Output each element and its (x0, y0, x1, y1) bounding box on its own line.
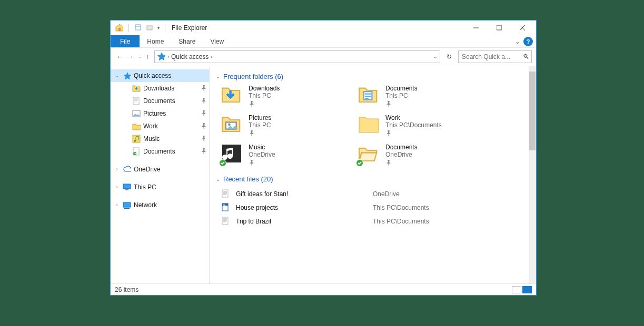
download-icon (221, 85, 243, 106)
help-button[interactable]: ? (523, 37, 533, 46)
file-explorer-window: ▾ File Explorer File Home Share View ⌄ ?… (110, 20, 537, 296)
sidebar-item-music[interactable]: Music (111, 133, 209, 145)
pin-icon (385, 100, 418, 108)
doc-text-icon (221, 189, 236, 199)
breadcrumb-quick-access[interactable]: Quick access (171, 53, 209, 60)
chevron-down-icon[interactable]: ⌄ (216, 74, 220, 79)
folder-item[interactable]: Documents This PC (358, 85, 490, 108)
address-bar[interactable]: › Quick access › ⌄ (154, 50, 440, 63)
pin-icon (201, 135, 206, 142)
chevron-down-icon[interactable]: ⌄ (114, 73, 120, 78)
tab-view[interactable]: View (203, 35, 231, 47)
section-title: Frequent folders (6) (223, 73, 283, 80)
address-dropdown-icon[interactable]: ⌄ (433, 54, 438, 59)
view-tiles-button[interactable] (522, 286, 532, 293)
sidebar-item-work[interactable]: Work (111, 120, 209, 133)
folder-name: Work (385, 114, 442, 121)
cloud-icon (122, 165, 132, 174)
doc-text-icon (221, 217, 236, 227)
tab-home[interactable]: Home (140, 35, 171, 47)
folder-item[interactable]: Downloads This PC (221, 85, 353, 108)
search-box[interactable]: 🔍︎ (458, 50, 532, 63)
sync-check-icon (356, 159, 363, 167)
pin-icon (201, 97, 206, 105)
search-icon[interactable]: 🔍︎ (523, 53, 529, 60)
section-frequent-folders[interactable]: ⌄ Frequent folders (6) (216, 73, 530, 80)
pin-icon (201, 110, 206, 117)
sidebar-item-label: Documents (143, 97, 175, 105)
folder-name: Music (249, 144, 275, 151)
chevron-down-icon[interactable]: ⌄ (216, 176, 220, 182)
nav-back-button[interactable]: ← (117, 53, 123, 60)
pin-icon (249, 100, 280, 108)
ribbon-collapse-icon[interactable]: ⌄ (512, 35, 523, 47)
pin-icon (249, 159, 275, 167)
scrollbar-thumb[interactable] (529, 72, 536, 150)
refresh-button[interactable]: ↻ (443, 51, 455, 63)
folder-open-icon (358, 144, 380, 165)
window-title: File Explorer (172, 24, 207, 32)
view-details-button[interactable] (512, 286, 521, 293)
sidebar-item-network[interactable]: › Network (111, 199, 209, 211)
ribbon-tabs: File Home Share View ⌄ ? (111, 35, 536, 48)
folder-item[interactable]: Music OneDrive (221, 144, 353, 167)
sidebar-item-label: Quick access (134, 72, 171, 79)
sidebar-item-documents[interactable]: Documents (111, 95, 209, 107)
nav-history-icon[interactable]: ⌄ (138, 55, 142, 59)
navigation-pane: ⌄ Quick access Downloads Documents Pictu… (111, 66, 210, 283)
pin-icon (249, 130, 271, 137)
close-button[interactable] (511, 21, 534, 35)
pin-icon (201, 123, 206, 130)
minimize-button[interactable] (464, 21, 488, 35)
folder-item[interactable]: Work This PC\Documents (358, 114, 490, 137)
sidebar-item-downloads[interactable]: Downloads (111, 82, 209, 95)
folder-location: OneDrive (249, 151, 275, 158)
tab-share[interactable]: Share (171, 35, 203, 47)
folder-name: Pictures (249, 114, 271, 121)
sidebar-item-label: This PC (134, 184, 156, 191)
chevron-right-icon[interactable]: › (114, 202, 120, 208)
folder-location: This PC (249, 121, 271, 129)
file-row[interactable]: Gift ideas for Stan! OneDrive (221, 187, 530, 201)
section-recent-files[interactable]: ⌄ Recent files (20) (216, 175, 530, 183)
svg-rect-20 (147, 26, 152, 30)
file-row[interactable]: House projects This PC\Documents (221, 201, 530, 215)
maximize-button[interactable] (488, 21, 511, 35)
file-name: Gift ideas for Stan! (236, 190, 373, 198)
pin-icon (201, 85, 206, 92)
chevron-right-icon[interactable]: › (211, 54, 212, 59)
qat-properties-icon[interactable] (134, 24, 142, 33)
sidebar-item-quick-access[interactable]: ⌄ Quick access (111, 69, 209, 82)
sidebar-item-pictures[interactable]: Pictures (111, 107, 209, 120)
sidebar-item-label: Music (143, 135, 160, 142)
sidebar-item-onedrive[interactable]: › OneDrive (111, 163, 209, 176)
chevron-right-icon[interactable]: › (114, 167, 120, 172)
sidebar-item-documents[interactable]: Documents (111, 145, 209, 158)
folder-icon (358, 114, 380, 135)
nav-forward-button[interactable]: → (127, 53, 134, 60)
folder-icon (132, 122, 141, 130)
chevron-right-icon[interactable]: › (114, 185, 120, 190)
file-name: House projects (236, 204, 373, 211)
doc-icon (358, 85, 380, 106)
vertical-scrollbar[interactable] (529, 66, 536, 283)
svg-rect-19 (135, 25, 141, 30)
file-location: OneDrive (373, 190, 530, 198)
folder-name: Documents (385, 85, 418, 92)
file-row[interactable]: Trip to Brazil This PC\Documents (221, 215, 530, 228)
status-bar: 26 items (111, 283, 536, 295)
qat-newfolder-icon[interactable] (146, 24, 153, 33)
sidebar-item-this-pc[interactable]: › This PC (111, 181, 209, 193)
download-icon (132, 84, 141, 93)
qat-customize-icon[interactable]: ▾ (157, 26, 160, 30)
pin-icon (385, 159, 418, 167)
chevron-right-icon[interactable]: › (167, 54, 169, 59)
folder-location: This PC (385, 92, 418, 99)
folder-item[interactable]: Documents OneDrive (358, 144, 490, 167)
doc-word-icon (221, 203, 236, 213)
file-location: This PC\Documents (373, 218, 530, 225)
nav-up-button[interactable]: ↑ (146, 53, 149, 60)
folder-item[interactable]: Pictures This PC (221, 114, 353, 137)
search-input[interactable] (461, 53, 513, 61)
tab-file[interactable]: File (111, 35, 140, 47)
